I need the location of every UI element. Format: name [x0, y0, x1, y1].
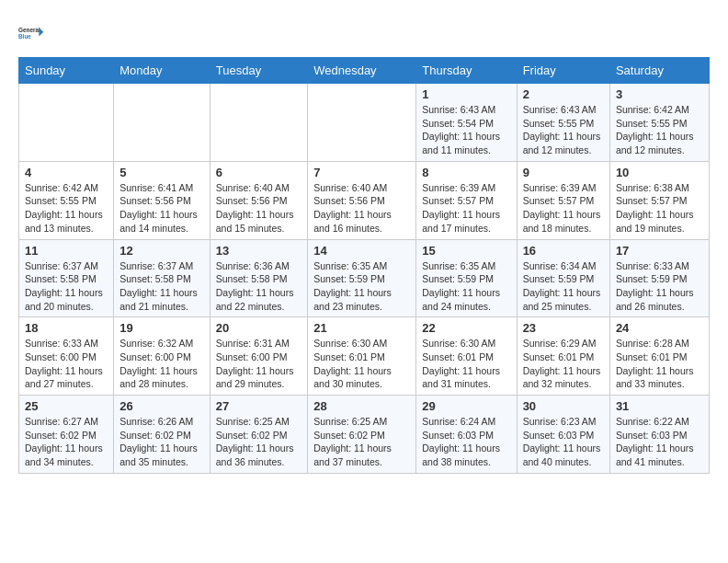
calendar-cell: 29Sunrise: 6:24 AMSunset: 6:03 PMDayligh… — [416, 396, 517, 474]
header-cell-monday: Monday — [114, 58, 210, 84]
day-number: 16 — [523, 244, 604, 258]
day-number: 18 — [25, 321, 108, 335]
header-row: SundayMondayTuesdayWednesdayThursdayFrid… — [19, 58, 710, 84]
logo-icon: GeneralBlue — [18, 18, 48, 48]
day-number: 11 — [25, 244, 108, 258]
header-cell-friday: Friday — [517, 58, 609, 84]
day-detail: Sunrise: 6:31 AMSunset: 6:00 PMDaylight:… — [216, 337, 301, 391]
day-number: 6 — [216, 166, 301, 179]
calendar-cell: 21Sunrise: 6:30 AMSunset: 6:01 PMDayligh… — [308, 317, 416, 396]
day-detail: Sunrise: 6:30 AMSunset: 6:01 PMDaylight:… — [422, 337, 510, 391]
day-number: 1 — [422, 87, 510, 101]
calendar-cell: 7Sunrise: 6:40 AMSunset: 5:56 PMDaylight… — [308, 161, 416, 239]
day-detail: Sunrise: 6:33 AMSunset: 6:00 PMDaylight:… — [25, 337, 108, 391]
calendar-cell: 16Sunrise: 6:34 AMSunset: 5:59 PMDayligh… — [517, 239, 609, 317]
day-detail: Sunrise: 6:29 AMSunset: 6:01 PMDaylight:… — [523, 337, 604, 391]
week-row-1: 1Sunrise: 6:43 AMSunset: 5:54 PMDaylight… — [19, 84, 710, 162]
day-detail: Sunrise: 6:38 AMSunset: 5:57 PMDaylight:… — [616, 181, 703, 236]
day-number: 12 — [119, 244, 204, 258]
day-detail: Sunrise: 6:39 AMSunset: 5:57 PMDaylight:… — [422, 181, 510, 236]
header-cell-thursday: Thursday — [416, 58, 517, 84]
day-detail: Sunrise: 6:35 AMSunset: 5:59 PMDaylight:… — [313, 259, 410, 314]
day-detail: Sunrise: 6:35 AMSunset: 5:59 PMDaylight:… — [422, 259, 510, 314]
calendar-cell: 15Sunrise: 6:35 AMSunset: 5:59 PMDayligh… — [416, 239, 517, 317]
day-number: 7 — [313, 166, 410, 179]
calendar-cell: 28Sunrise: 6:25 AMSunset: 6:02 PMDayligh… — [308, 396, 416, 474]
day-number: 5 — [119, 166, 204, 179]
day-number: 19 — [119, 321, 204, 335]
calendar-cell — [19, 84, 114, 162]
day-detail: Sunrise: 6:40 AMSunset: 5:56 PMDaylight:… — [216, 181, 301, 236]
day-detail: Sunrise: 6:39 AMSunset: 5:57 PMDaylight:… — [523, 181, 604, 236]
svg-text:General: General — [18, 27, 40, 33]
calendar-cell: 26Sunrise: 6:26 AMSunset: 6:02 PMDayligh… — [114, 396, 210, 474]
calendar-cell: 4Sunrise: 6:42 AMSunset: 5:55 PMDaylight… — [19, 161, 114, 239]
day-detail: Sunrise: 6:43 AMSunset: 5:54 PMDaylight:… — [422, 103, 510, 157]
calendar-cell: 30Sunrise: 6:23 AMSunset: 6:03 PMDayligh… — [517, 396, 609, 474]
day-detail: Sunrise: 6:28 AMSunset: 6:01 PMDaylight:… — [616, 337, 703, 391]
day-number: 27 — [216, 399, 301, 413]
calendar-cell — [308, 84, 416, 162]
day-detail: Sunrise: 6:25 AMSunset: 6:02 PMDaylight:… — [313, 415, 410, 469]
calendar-cell: 9Sunrise: 6:39 AMSunset: 5:57 PMDaylight… — [517, 161, 609, 239]
week-row-2: 4Sunrise: 6:42 AMSunset: 5:55 PMDaylight… — [19, 161, 710, 239]
day-detail: Sunrise: 6:37 AMSunset: 5:58 PMDaylight:… — [25, 259, 108, 314]
day-detail: Sunrise: 6:33 AMSunset: 5:59 PMDaylight:… — [616, 259, 703, 314]
calendar-cell: 25Sunrise: 6:27 AMSunset: 6:02 PMDayligh… — [19, 396, 114, 474]
day-number: 29 — [422, 399, 510, 413]
day-number: 3 — [616, 87, 703, 101]
day-detail: Sunrise: 6:41 AMSunset: 5:56 PMDaylight:… — [119, 181, 204, 236]
day-number: 31 — [616, 399, 703, 413]
calendar-cell — [210, 84, 307, 162]
logo: GeneralBlue — [18, 18, 48, 48]
day-detail: Sunrise: 6:40 AMSunset: 5:56 PMDaylight:… — [313, 181, 410, 236]
day-number: 24 — [616, 321, 703, 335]
calendar-cell: 5Sunrise: 6:41 AMSunset: 5:56 PMDaylight… — [114, 161, 210, 239]
header-cell-tuesday: Tuesday — [210, 58, 307, 84]
calendar-cell — [114, 84, 210, 162]
calendar-cell: 23Sunrise: 6:29 AMSunset: 6:01 PMDayligh… — [517, 317, 609, 396]
calendar-cell: 6Sunrise: 6:40 AMSunset: 5:56 PMDaylight… — [210, 161, 307, 239]
day-number: 8 — [422, 166, 510, 179]
calendar-cell: 3Sunrise: 6:42 AMSunset: 5:55 PMDaylight… — [609, 84, 709, 162]
day-detail: Sunrise: 6:24 AMSunset: 6:03 PMDaylight:… — [422, 415, 510, 469]
day-detail: Sunrise: 6:42 AMSunset: 5:55 PMDaylight:… — [616, 103, 703, 157]
header: GeneralBlue — [18, 18, 710, 48]
day-number: 26 — [119, 399, 204, 413]
calendar-cell: 19Sunrise: 6:32 AMSunset: 6:00 PMDayligh… — [114, 317, 210, 396]
day-detail: Sunrise: 6:42 AMSunset: 5:55 PMDaylight:… — [25, 181, 108, 236]
calendar-cell: 20Sunrise: 6:31 AMSunset: 6:00 PMDayligh… — [210, 317, 307, 396]
calendar-cell: 22Sunrise: 6:30 AMSunset: 6:01 PMDayligh… — [416, 317, 517, 396]
calendar-cell: 11Sunrise: 6:37 AMSunset: 5:58 PMDayligh… — [19, 239, 114, 317]
calendar-cell: 2Sunrise: 6:43 AMSunset: 5:55 PMDaylight… — [517, 84, 609, 162]
day-number: 4 — [25, 166, 108, 179]
day-number: 9 — [523, 166, 604, 179]
day-number: 14 — [313, 244, 410, 258]
day-number: 23 — [523, 321, 604, 335]
day-detail: Sunrise: 6:34 AMSunset: 5:59 PMDaylight:… — [523, 259, 604, 314]
day-number: 28 — [313, 399, 410, 413]
week-row-4: 18Sunrise: 6:33 AMSunset: 6:00 PMDayligh… — [19, 317, 710, 396]
calendar-cell: 10Sunrise: 6:38 AMSunset: 5:57 PMDayligh… — [609, 161, 709, 239]
header-cell-wednesday: Wednesday — [308, 58, 416, 84]
day-number: 21 — [313, 321, 410, 335]
day-detail: Sunrise: 6:43 AMSunset: 5:55 PMDaylight:… — [523, 103, 604, 157]
calendar-cell: 31Sunrise: 6:22 AMSunset: 6:03 PMDayligh… — [609, 396, 709, 474]
calendar-cell: 8Sunrise: 6:39 AMSunset: 5:57 PMDaylight… — [416, 161, 517, 239]
calendar-cell: 17Sunrise: 6:33 AMSunset: 5:59 PMDayligh… — [609, 239, 709, 317]
calendar-cell: 27Sunrise: 6:25 AMSunset: 6:02 PMDayligh… — [210, 396, 307, 474]
day-detail: Sunrise: 6:36 AMSunset: 5:58 PMDaylight:… — [216, 259, 301, 314]
svg-marker-2 — [39, 28, 43, 37]
day-number: 22 — [422, 321, 510, 335]
day-detail: Sunrise: 6:27 AMSunset: 6:02 PMDaylight:… — [25, 415, 108, 469]
day-number: 30 — [523, 399, 604, 413]
day-detail: Sunrise: 6:22 AMSunset: 6:03 PMDaylight:… — [616, 415, 703, 469]
week-row-5: 25Sunrise: 6:27 AMSunset: 6:02 PMDayligh… — [19, 396, 710, 474]
day-number: 15 — [422, 244, 510, 258]
svg-text:Blue: Blue — [18, 33, 31, 40]
week-row-3: 11Sunrise: 6:37 AMSunset: 5:58 PMDayligh… — [19, 239, 710, 317]
calendar-cell: 24Sunrise: 6:28 AMSunset: 6:01 PMDayligh… — [609, 317, 709, 396]
day-detail: Sunrise: 6:30 AMSunset: 6:01 PMDaylight:… — [313, 337, 410, 391]
calendar-cell: 14Sunrise: 6:35 AMSunset: 5:59 PMDayligh… — [308, 239, 416, 317]
day-detail: Sunrise: 6:25 AMSunset: 6:02 PMDaylight:… — [216, 415, 301, 469]
